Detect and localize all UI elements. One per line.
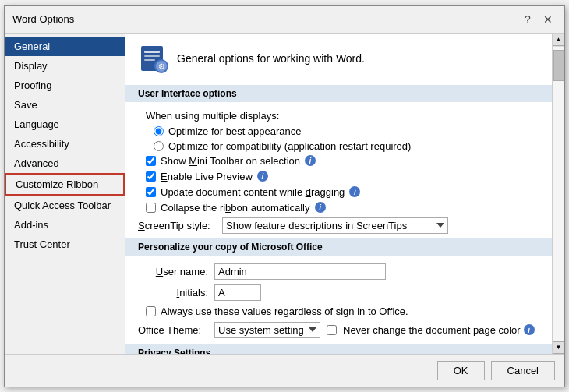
update-content-label[interactable]: Update document content while dragging <box>161 186 345 198</box>
live-preview-option: Enable Live Preview i <box>138 171 539 182</box>
always-row: Always use these values regardless of si… <box>138 305 539 317</box>
username-input[interactable] <box>214 263 386 280</box>
live-preview-checkbox[interactable] <box>146 171 156 182</box>
update-content-option: Update document content while dragging i <box>138 186 539 198</box>
live-preview-info-icon[interactable]: i <box>257 171 268 182</box>
initials-input[interactable] <box>214 284 261 301</box>
update-content-checkbox[interactable] <box>146 187 156 197</box>
radio-compatibility[interactable] <box>154 141 164 151</box>
privacy-section: Privacy Settings <box>138 344 539 354</box>
sidebar-item-general[interactable]: General <box>5 37 125 56</box>
word-options-icon: ⚙ <box>138 43 169 74</box>
sidebar-item-advanced[interactable]: Advanced <box>5 154 125 173</box>
sidebar-item-display[interactable]: Display <box>5 56 125 76</box>
radio-best-appearance-label[interactable]: Optimize for best appearance <box>168 125 302 137</box>
radio-optimize-compatibility: Optimize for compatibility (application … <box>138 140 539 152</box>
theme-label: Office Theme: <box>138 324 208 336</box>
initials-row: Initials: <box>138 284 539 301</box>
footer: OK Cancel <box>5 354 564 387</box>
username-label: User name: <box>138 266 208 277</box>
scroll-track[interactable] <box>553 46 565 341</box>
close-button[interactable]: ✕ <box>539 11 557 28</box>
theme-select[interactable]: Use system setting Colorful Dark Gray Bl… <box>214 322 320 338</box>
title-bar-left: Word Options <box>12 13 74 25</box>
svg-rect-3 <box>144 59 155 61</box>
theme-row: Office Theme: Use system setting Colorfu… <box>138 322 539 338</box>
screentip-row: ScreenTip style: Show feature descriptio… <box>138 217 539 234</box>
initials-label: Initials: <box>138 287 208 298</box>
scroll-thumb[interactable] <box>553 50 564 81</box>
live-preview-label[interactable]: Enable Live Preview <box>161 171 253 182</box>
sidebar-item-language[interactable]: Language <box>5 115 125 134</box>
sidebar-item-trust-center[interactable]: Trust Center <box>5 235 125 254</box>
multiple-displays-label: When using multiple displays: <box>138 110 539 122</box>
scroll-down-button[interactable]: ▼ <box>553 341 565 354</box>
privacy-header: Privacy Settings <box>125 344 552 354</box>
help-button[interactable]: ? <box>519 11 536 28</box>
username-row: User name: <box>138 263 539 280</box>
sidebar-item-quick-access-toolbar[interactable]: Quick Access Toolbar <box>5 196 125 215</box>
title-bar: Word Options ? ✕ <box>5 6 564 34</box>
content-header: ⚙ General options for working with Word. <box>138 43 539 74</box>
mini-toolbar-info-icon[interactable]: i <box>305 155 316 166</box>
update-content-info-icon[interactable]: i <box>349 186 360 197</box>
mini-toolbar-label[interactable]: Show Mini Toolbar on selection <box>161 155 300 167</box>
never-change-label: Never change the document page color i <box>343 324 535 336</box>
main-content: ⚙ General options for working with Word.… <box>125 34 564 354</box>
never-change-checkbox[interactable] <box>327 325 337 335</box>
ui-options-header: User Interface options <box>125 85 552 102</box>
radio-optimize-appearance: Optimize for best appearance <box>138 125 539 137</box>
collapse-ribbon-label[interactable]: Collapse the ribbon automatically <box>161 202 310 214</box>
sidebar-item-save[interactable]: Save <box>5 95 125 115</box>
always-checkbox[interactable] <box>146 306 156 316</box>
svg-rect-2 <box>144 55 160 57</box>
word-options-dialog: Word Options ? ✕ General Display Proofin… <box>4 5 565 387</box>
collapse-ribbon-option: Collapse the ribbon automatically i <box>138 202 539 214</box>
collapse-ribbon-info-icon[interactable]: i <box>315 202 326 213</box>
cancel-button[interactable]: Cancel <box>491 361 555 380</box>
collapse-ribbon-checkbox[interactable] <box>146 203 156 213</box>
scroll-up-button[interactable]: ▲ <box>553 34 565 46</box>
svg-rect-1 <box>144 51 160 53</box>
ui-options-section: User Interface options When using multip… <box>138 85 539 234</box>
sidebar-item-customize-ribbon[interactable]: Customize Ribbon <box>5 173 125 196</box>
dialog-title: Word Options <box>12 13 74 25</box>
screentip-select[interactable]: Show feature descriptions in ScreenTips … <box>222 217 448 234</box>
always-label[interactable]: Always use these values regardless of si… <box>161 305 408 317</box>
personalize-header: Personalize your copy of Microsoft Offic… <box>125 238 552 256</box>
personalize-section: Personalize your copy of Microsoft Offic… <box>138 238 539 338</box>
ok-button[interactable]: OK <box>437 361 485 380</box>
radio-compatibility-label[interactable]: Optimize for compatibility (application … <box>168 140 411 152</box>
svg-text:⚙: ⚙ <box>158 62 165 71</box>
screentip-label: ScreenTip style: <box>138 220 216 231</box>
sidebar-item-accessibility[interactable]: Accessibility <box>5 134 125 154</box>
sidebar-item-proofing[interactable]: Proofing <box>5 76 125 95</box>
dialog-body: General Display Proofing Save Language A… <box>5 34 564 354</box>
title-bar-right: ? ✕ <box>519 11 557 28</box>
scrollbar: ▲ ▼ <box>552 34 564 354</box>
sidebar: General Display Proofing Save Language A… <box>5 34 125 354</box>
mini-toolbar-option: Show Mini Toolbar on selection i <box>138 155 539 167</box>
radio-best-appearance[interactable] <box>154 126 164 136</box>
content-area: ⚙ General options for working with Word.… <box>125 34 552 354</box>
header-text: General options for working with Word. <box>177 52 365 65</box>
mini-toolbar-checkbox[interactable] <box>146 156 156 166</box>
never-change-info-icon[interactable]: i <box>524 324 535 335</box>
sidebar-item-add-ins[interactable]: Add-ins <box>5 215 125 235</box>
